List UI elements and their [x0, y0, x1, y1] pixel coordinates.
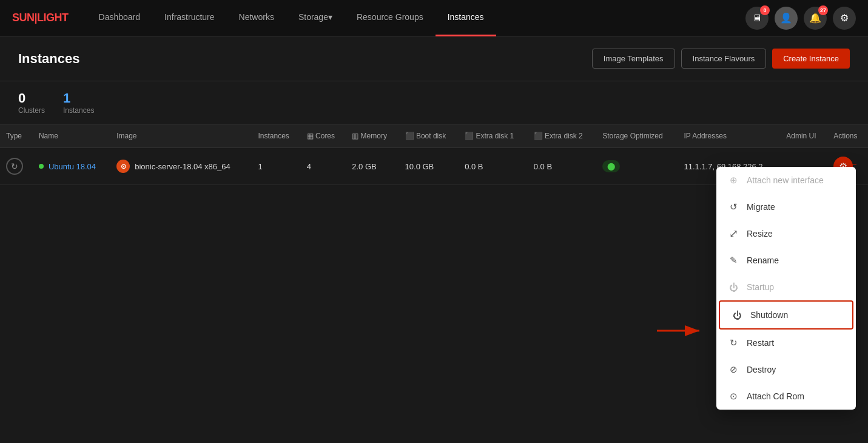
settings-icon: ⚙ — [840, 12, 849, 24]
dropdown-destroy[interactable]: ⊘ Destroy — [716, 356, 856, 383]
attach-cd-rom-label: Attach Cd Rom — [747, 391, 804, 401]
bell-icon-btn[interactable]: 🔔 27 — [804, 7, 827, 30]
image-templates-button[interactable]: Image Templates — [592, 49, 675, 69]
settings-icon-btn[interactable]: ⚙ — [833, 7, 856, 30]
col-boot-disk: ⬛ Boot disk — [399, 124, 459, 148]
rename-label: Rename — [747, 255, 779, 265]
shutdown-arrow-indicator — [657, 320, 705, 345]
col-cores: ▦ Cores — [301, 124, 346, 148]
resize-icon: ⤢ — [727, 228, 739, 240]
dropdown-restart[interactable]: ↻ Restart — [716, 330, 856, 356]
destroy-label: Destroy — [747, 365, 776, 374]
col-image: Image — [110, 124, 252, 148]
col-instances: Instances — [252, 124, 300, 148]
shutdown-icon: ⏻ — [731, 309, 743, 321]
nav-resource-groups[interactable]: Resource Groups — [345, 0, 436, 36]
nav-infrastructure[interactable]: Infrastructure — [152, 0, 226, 36]
nav-right-icons: 🖥 0 👤 🔔 27 ⚙ — [745, 7, 856, 30]
profile-icon: 👤 — [780, 12, 792, 24]
header-actions: Image Templates Instance Flavours Create… — [592, 49, 850, 69]
storage-optimized-toggle: ⬤ — [602, 160, 620, 172]
dropdown-startup[interactable]: ⏻ Startup — [716, 274, 856, 300]
col-name: Name — [33, 124, 110, 148]
top-navigation: SUN|LIGHT Dashboard Infrastructure Netwo… — [0, 0, 868, 36]
startup-label: Startup — [747, 282, 774, 292]
rename-icon: ✎ — [727, 254, 739, 266]
col-memory: ▥ Memory — [346, 124, 399, 148]
extra-disk2-icon: ⬛ — [534, 132, 543, 140]
resize-label: Resize — [747, 229, 773, 238]
dropdown-attach-new-interface[interactable]: ⊕ Attach new interface — [716, 167, 856, 194]
instances-label: Instances — [63, 106, 94, 115]
toggle-icon: ⬤ — [607, 162, 615, 171]
dropdown-migrate[interactable]: ↺ Migrate — [716, 194, 856, 220]
actions-dropdown-menu: ⊕ Attach new interface ↺ Migrate ⤢ Resiz… — [716, 167, 856, 410]
page-header: Instances Image Templates Instance Flavo… — [0, 36, 868, 81]
nav-dashboard[interactable]: Dashboard — [87, 0, 153, 36]
restart-icon: ↻ — [727, 337, 739, 349]
boot-disk-icon: ⬛ — [405, 132, 414, 140]
bell-badge: 27 — [818, 5, 828, 15]
clusters-label: Clusters — [18, 106, 45, 115]
stat-instances: 1 Instances — [63, 90, 94, 115]
image-name: bionic-server-18.04 x86_64 — [135, 162, 230, 171]
extra-disk1-icon: ⬛ — [465, 132, 474, 140]
page-title: Instances — [18, 51, 80, 67]
stat-clusters: 0 Clusters — [18, 90, 45, 115]
row-type: ↻ — [0, 148, 33, 185]
type-icon: ↻ — [6, 158, 23, 175]
stats-bar: 0 Clusters 1 Instances — [0, 81, 868, 124]
monitor-badge: 0 — [760, 5, 770, 15]
memory-icon: ▥ — [352, 132, 358, 140]
ubuntu-icon: ⊙ — [116, 160, 130, 173]
dropdown-shutdown[interactable]: ⏻ Shutdown — [719, 300, 853, 330]
col-type: Type — [0, 124, 33, 148]
instances-count: 1 — [63, 90, 94, 106]
destroy-icon: ⊘ — [727, 364, 739, 376]
migrate-icon: ↺ — [727, 201, 739, 213]
restart-label: Restart — [747, 338, 774, 348]
nav-networks[interactable]: Networks — [227, 0, 286, 36]
col-admin-ui: Admin UI — [780, 124, 827, 148]
col-extra-disk2: ⬛ Extra disk 2 — [528, 124, 597, 148]
cores-icon: ▦ — [307, 132, 314, 140]
col-extra-disk1: ⬛ Extra disk 1 — [459, 124, 528, 148]
instance-name-link[interactable]: Ubuntu 18.04 — [49, 162, 96, 171]
col-actions: Actions — [827, 124, 868, 148]
nav-instances[interactable]: Instances — [436, 0, 496, 36]
row-image: ⊙ bionic-server-18.04 x86_64 — [110, 148, 252, 185]
startup-icon: ⏻ — [727, 281, 739, 293]
logo: SUN|LIGHT — [12, 12, 69, 24]
dropdown-attach-cd-rom[interactable]: ⊙ Attach Cd Rom — [716, 383, 856, 410]
clusters-count: 0 — [18, 90, 45, 106]
row-storage-optimized: ⬤ — [596, 148, 678, 185]
dropdown-resize[interactable]: ⤢ Resize — [716, 220, 856, 247]
instance-flavours-button[interactable]: Instance Flavours — [681, 49, 767, 69]
migrate-label: Migrate — [747, 202, 775, 212]
monitor-icon-btn[interactable]: 🖥 0 — [745, 7, 769, 30]
col-storage-optimized: Storage Optimized — [596, 124, 678, 148]
attach-cd-rom-icon: ⊙ — [727, 390, 739, 402]
nav-items: Dashboard Infrastructure Networks Storag… — [87, 0, 745, 36]
table-header-row: Type Name Image Instances ▦ Cores ▥ Memo… — [0, 124, 868, 148]
nav-storage[interactable]: Storage ▾ — [286, 0, 345, 36]
row-cores: 4 — [301, 148, 346, 185]
attach-interface-icon: ⊕ — [727, 174, 739, 186]
monitor-icon: 🖥 — [752, 13, 762, 24]
col-ip-addresses: IP Addresses — [678, 124, 780, 148]
row-instances: 1 — [252, 148, 300, 185]
row-extra-disk2: 0.0 B — [528, 148, 597, 185]
row-boot-disk: 10.0 GB — [399, 148, 459, 185]
row-memory: 2.0 GB — [346, 148, 399, 185]
status-dot — [39, 164, 44, 169]
row-name: Ubuntu 18.04 — [33, 148, 110, 185]
profile-icon-btn[interactable]: 👤 — [775, 7, 798, 30]
shutdown-label: Shutdown — [750, 310, 788, 320]
attach-interface-label: Attach new interface — [747, 175, 824, 185]
create-instance-button[interactable]: Create Instance — [772, 49, 850, 69]
dropdown-rename[interactable]: ✎ Rename — [716, 247, 856, 274]
row-extra-disk1: 0.0 B — [459, 148, 528, 185]
